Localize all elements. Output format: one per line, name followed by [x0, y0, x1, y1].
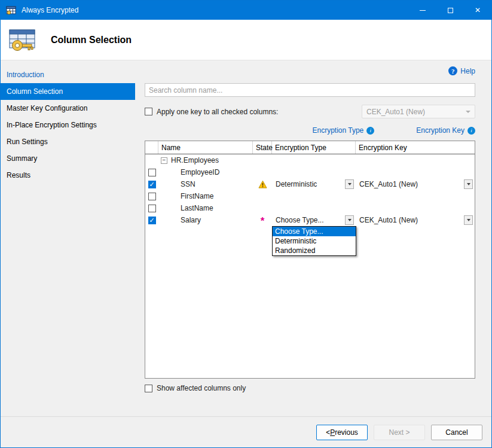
column-name: EmployeeID [181, 168, 219, 176]
column-name: SSN [181, 180, 195, 188]
dropdown-option-choose-type[interactable]: Choose Type... [273, 227, 356, 236]
encryption-type-select[interactable]: Choose Type... [272, 214, 356, 226]
encryption-key-value: CEK_Auto1 (New) [359, 216, 418, 224]
close-icon: ✕ [475, 7, 481, 14]
column-name: LastName [181, 204, 213, 212]
encryption-type-value: Choose Type... [276, 216, 324, 224]
table-row: Salary * Choose Type... CEK_Auto1 (New) [145, 214, 475, 226]
sidebar-item-run-settings[interactable]: Run Settings [1, 133, 135, 150]
header-checkbox-column [145, 141, 158, 154]
table-group-row: − HR.Employees [145, 154, 475, 166]
cancel-button[interactable]: Cancel [431, 425, 482, 440]
header-state: State [253, 141, 272, 154]
row-checkbox[interactable] [148, 181, 156, 188]
sidebar-item-master-key-configuration[interactable]: Master Key Configuration [1, 100, 135, 117]
sidebar-item-in-place-encryption-settings[interactable]: In-Place Encryption Settings [1, 117, 135, 133]
apply-key-row: Apply one key to all checked columns: CE… [145, 105, 475, 118]
previous-button[interactable]: < Previous [316, 425, 368, 440]
table-row: SSN Deterministic [145, 178, 475, 190]
row-checkbox[interactable] [148, 205, 156, 212]
search-column-input[interactable] [145, 83, 475, 97]
dropdown-arrow-icon[interactable] [345, 215, 354, 225]
dropdown-option-randomized[interactable]: Randomized [273, 246, 356, 255]
page-title: Column Selection [51, 35, 132, 45]
window-title: Always Encrypted [22, 6, 78, 14]
wizard-footer: < Previous Next > Cancel [1, 416, 491, 447]
show-affected-label: Show affected columns only [157, 384, 246, 392]
dropdown-arrow-icon[interactable] [464, 179, 473, 189]
row-checkbox[interactable] [148, 193, 156, 200]
show-affected-row: Show affected columns only [145, 384, 475, 392]
content-area: Introduction Column Selection Master Key… [1, 60, 491, 416]
header-encryption-key: Encryption Key [356, 141, 475, 154]
table-group-name: HR.Employees [171, 156, 219, 164]
columns-grid: Name State Encryption Type Encryption Ke… [145, 141, 475, 379]
warning-icon [258, 180, 267, 189]
required-icon: * [261, 218, 265, 224]
encryption-type-dropdown: Choose Type... Deterministic Randomized [272, 226, 356, 256]
minimize-button[interactable] [409, 1, 436, 20]
encryption-type-link[interactable]: Encryption Type [312, 126, 363, 135]
column-selection-icon [7, 25, 38, 56]
info-icon[interactable]: i [366, 127, 374, 135]
app-icon [6, 5, 17, 15]
encryption-key-select[interactable]: CEK_Auto1 (New) [356, 178, 475, 190]
chevron-down-icon [466, 111, 470, 113]
help-row: ? Help [145, 66, 475, 75]
header-encryption-type: Encryption Type [272, 141, 356, 154]
collapse-expander-icon[interactable]: − [161, 157, 167, 164]
sidebar-item-results[interactable]: Results [1, 167, 135, 184]
help-icon[interactable]: ? [448, 66, 457, 75]
table-row: LastName [145, 202, 475, 214]
column-header-links: Encryption Type i Encryption Key i [145, 126, 475, 135]
apply-key-label: Apply one key to all checked columns: [157, 108, 278, 116]
table-row: EmployeeID [145, 166, 475, 178]
encryption-type-value: Deterministic [276, 180, 317, 188]
minimize-icon [420, 10, 426, 11]
encryption-key-value: CEK_Auto1 (New) [359, 180, 418, 188]
always-encrypted-window: Always Encrypted ✕ Column Selecti [0, 0, 492, 448]
next-button[interactable]: Next > [374, 425, 425, 440]
sidebar-item-introduction[interactable]: Introduction [1, 66, 135, 83]
table-row: FirstName [145, 190, 475, 202]
maximize-icon [448, 8, 453, 13]
titlebar: Always Encrypted ✕ [1, 1, 491, 20]
apply-key-select[interactable]: CEK_Auto1 (New) [362, 105, 475, 118]
dropdown-option-deterministic[interactable]: Deterministic [273, 236, 356, 246]
show-affected-checkbox[interactable] [145, 385, 152, 392]
row-checkbox[interactable] [148, 169, 156, 176]
encryption-type-select[interactable]: Deterministic [272, 178, 356, 190]
header-name: Name [158, 141, 253, 154]
wizard-steps-sidebar: Introduction Column Selection Master Key… [1, 60, 135, 416]
sidebar-item-column-selection[interactable]: Column Selection [1, 83, 135, 100]
apply-key-checkbox[interactable] [145, 108, 152, 115]
close-button[interactable]: ✕ [464, 1, 491, 20]
window-controls: ✕ [409, 1, 491, 20]
column-name: FirstName [181, 192, 213, 200]
column-selection-panel: ? Help Apply one key to all checked colu… [135, 60, 491, 416]
encryption-key-select[interactable]: CEK_Auto1 (New) [356, 214, 475, 226]
grid-header: Name State Encryption Type Encryption Ke… [145, 141, 475, 154]
info-icon[interactable]: i [467, 127, 475, 135]
encryption-key-link[interactable]: Encryption Key [416, 126, 465, 135]
column-name: Salary [181, 216, 201, 224]
dropdown-arrow-icon[interactable] [464, 215, 473, 225]
maximize-button[interactable] [436, 1, 464, 20]
wizard-header: Column Selection [1, 20, 491, 60]
sidebar-item-summary[interactable]: Summary [1, 150, 135, 167]
row-checkbox[interactable] [148, 217, 156, 224]
apply-key-value: CEK_Auto1 (New) [366, 108, 425, 116]
dropdown-arrow-icon[interactable] [345, 179, 354, 189]
help-link[interactable]: Help [460, 67, 475, 75]
